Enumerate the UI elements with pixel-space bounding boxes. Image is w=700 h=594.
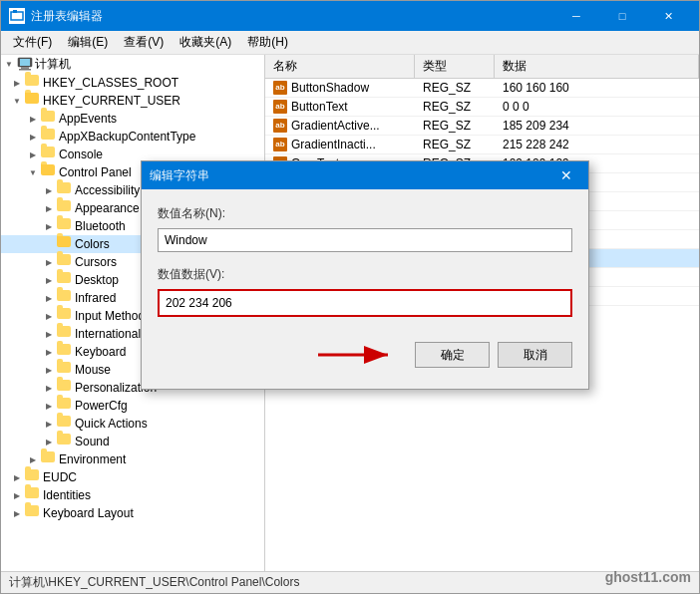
cell-type: REG_SZ — [415, 136, 495, 153]
tree-item-label: Cursors — [75, 255, 117, 269]
menu-file[interactable]: 文件(F) — [5, 32, 60, 53]
tree-root[interactable]: ▼ 计算机 — [1, 55, 264, 74]
expand-icon[interactable]: ▶ — [25, 451, 41, 467]
cell-type: REG_SZ — [415, 79, 495, 97]
table-row[interactable]: ab GradientActive... REG_SZ 185 209 234 — [265, 117, 699, 136]
table-row[interactable]: ab GradientInacti... REG_SZ 215 228 242 — [265, 136, 699, 154]
folder-open-icon — [41, 164, 57, 180]
header-type[interactable]: 类型 — [415, 55, 495, 78]
close-button[interactable]: ✕ — [645, 1, 691, 31]
expand-icon[interactable]: ▶ — [41, 200, 57, 216]
tree-item-environment[interactable]: ▶ Environment — [1, 450, 264, 468]
menu-view[interactable]: 查看(V) — [116, 32, 172, 53]
header-data[interactable]: 数据 — [495, 55, 699, 78]
tree-item-identities[interactable]: ▶ Identities — [1, 486, 264, 504]
table-row[interactable]: ab ButtonShadow REG_SZ 160 160 160 — [265, 79, 699, 98]
menu-favorites[interactable]: 收藏夹(A) — [172, 32, 239, 53]
svg-rect-4 — [21, 67, 29, 69]
expand-icon[interactable]: ▶ — [41, 434, 57, 449]
cancel-button[interactable]: 取消 — [498, 342, 572, 368]
tree-item-quick-actions[interactable]: ▶ Quick Actions — [1, 415, 264, 433]
tree-item-label: AppEvents — [59, 112, 117, 126]
folder-icon — [57, 200, 73, 216]
cell-data: 215 228 242 — [495, 136, 699, 153]
tree-item-appevents[interactable]: ▶ AppEvents — [1, 110, 264, 128]
expand-icon[interactable]: ▶ — [41, 344, 57, 360]
folder-icon — [41, 147, 57, 162]
dialog-body: 数值名称(N): 数值数据(V): 确定 取消 — [142, 189, 588, 389]
app-icon — [9, 8, 25, 24]
expand-icon[interactable]: ▶ — [9, 505, 25, 521]
expand-icon[interactable]: ▶ — [41, 380, 57, 396]
ok-button[interactable]: 确定 — [415, 342, 490, 368]
expand-icon[interactable]: ▶ — [41, 416, 57, 432]
tree-item-powercfg[interactable]: ▶ PowerCfg — [1, 397, 264, 415]
expand-icon[interactable]: ▶ — [25, 111, 41, 127]
tree-item-label: Quick Actions — [75, 417, 148, 431]
table-header: 名称 类型 数据 — [265, 55, 699, 79]
title-bar: 注册表编辑器 ─ □ ✕ — [1, 1, 699, 31]
data-input[interactable] — [158, 289, 572, 317]
tree-item-label: Keyboard Layout — [43, 506, 134, 520]
cell-name: ab ButtonShadow — [265, 79, 415, 97]
header-name[interactable]: 名称 — [265, 55, 415, 78]
expand-icon[interactable]: ▶ — [41, 362, 57, 378]
folder-icon — [41, 129, 57, 145]
folder-icon — [57, 326, 73, 342]
expand-icon[interactable]: ▶ — [9, 487, 25, 503]
cell-type: REG_SZ — [415, 98, 495, 116]
expand-icon[interactable]: ▶ — [41, 218, 57, 234]
tree-item-eudc[interactable]: ▶ EUDC — [1, 468, 264, 486]
table-row[interactable]: ab ButtonText REG_SZ 0 0 0 — [265, 98, 699, 117]
edit-dialog: 编辑字符串 ✕ 数值名称(N): 数值数据(V): 确定 取消 — [141, 160, 589, 390]
reg-icon: ab — [273, 100, 287, 114]
folder-icon — [57, 416, 73, 432]
expand-icon[interactable]: ▶ — [41, 308, 57, 324]
tree-item-keyboard-layout[interactable]: ▶ Keyboard Layout — [1, 504, 264, 522]
expand-icon[interactable]: ▶ — [41, 290, 57, 306]
tree-item-classes-root[interactable]: ▶ HKEY_CLASSES_ROOT — [1, 74, 264, 92]
expand-icon[interactable]: ▼ — [25, 164, 41, 180]
tree-item-label: Desktop — [75, 273, 119, 287]
tree-item-label: PowerCfg — [75, 399, 128, 413]
menu-edit[interactable]: 编辑(E) — [60, 32, 116, 53]
tree-item-label: HKEY_CLASSES_ROOT — [43, 76, 178, 90]
folder-icon — [57, 362, 73, 378]
tree-item-label: Console — [59, 148, 103, 161]
cell-data: 185 209 234 — [495, 117, 699, 135]
expand-icon[interactable] — [41, 236, 57, 252]
folder-icon — [25, 469, 41, 485]
menu-help[interactable]: 帮助(H) — [239, 32, 296, 53]
folder-icon — [25, 75, 41, 91]
maximize-button[interactable]: □ — [599, 1, 645, 31]
folder-icon — [25, 487, 41, 503]
minimize-button[interactable]: ─ — [553, 1, 599, 31]
folder-icon — [57, 434, 73, 449]
expand-icon[interactable]: ▶ — [25, 129, 41, 145]
tree-item-current-user[interactable]: ▼ HKEY_CURRENT_USER — [1, 92, 264, 110]
reg-icon: ab — [273, 138, 287, 151]
computer-icon — [17, 57, 33, 73]
svg-rect-5 — [19, 69, 31, 71]
expand-icon[interactable]: ▶ — [41, 182, 57, 198]
svg-rect-0 — [11, 12, 23, 20]
tree-item-label: Infrared — [75, 291, 116, 305]
name-input[interactable] — [158, 228, 572, 252]
dialog-close-button[interactable]: ✕ — [552, 161, 580, 189]
expand-icon[interactable]: ▶ — [41, 398, 57, 414]
expand-icon[interactable]: ▶ — [41, 254, 57, 270]
expand-icon[interactable]: ▼ — [9, 93, 25, 109]
folder-icon — [57, 344, 73, 360]
folder-icon — [57, 398, 73, 414]
expand-icon[interactable]: ▶ — [41, 272, 57, 288]
expand-icon[interactable]: ▶ — [9, 469, 25, 485]
menu-bar: 文件(F) 编辑(E) 查看(V) 收藏夹(A) 帮助(H) — [1, 31, 699, 55]
expand-icon[interactable]: ▶ — [25, 147, 41, 162]
tree-item-label: Control Panel — [59, 165, 132, 179]
tree-item-appxbackup[interactable]: ▶ AppXBackupContentType — [1, 128, 264, 146]
expand-icon[interactable]: ▼ — [1, 57, 17, 73]
expand-icon[interactable]: ▶ — [41, 326, 57, 342]
tree-item-sound[interactable]: ▶ Sound — [1, 433, 264, 450]
expand-icon[interactable]: ▶ — [9, 75, 25, 91]
folder-icon — [57, 182, 73, 198]
